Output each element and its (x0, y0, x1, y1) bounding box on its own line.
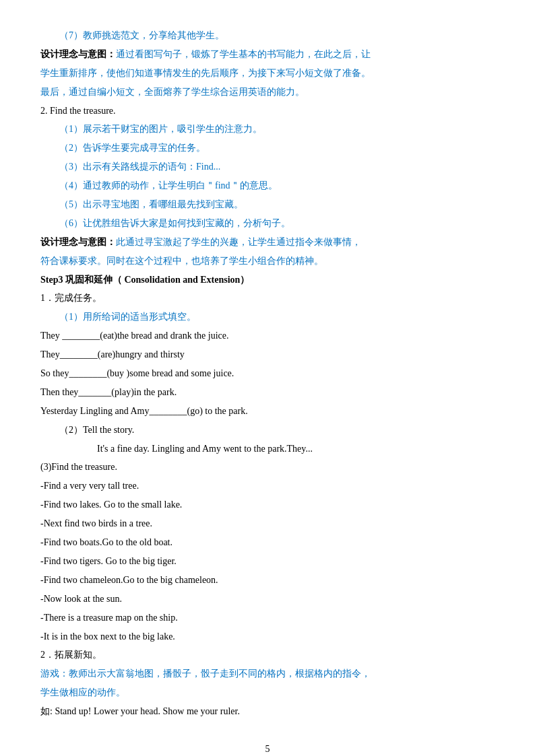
game-desc-1: 游戏：教师出示大富翁地图，播骰子，骰子走到不同的格内，根据格内的指令， (40, 665, 495, 683)
step-2-6: （6）让优胜组告诉大家是如何找到宝藏的，分析句子。 (40, 215, 495, 232)
design-text-1: 通过看图写句子，锻炼了学生基本的书写能力，在此之后，让 (116, 49, 371, 59)
treasure-7: -Now look at the sun. (40, 590, 495, 608)
task1-sub2: （2）Tell the story. (40, 421, 495, 439)
example-text: 如: Stand up! Lower your head. Show me yo… (40, 703, 495, 720)
page: （7）教师挑选范文，分享给其他学生。 设计理念与意图：通过看图写句子，锻炼了学生… (0, 0, 535, 756)
design-label-2-wrap: 设计理念与意图：此通过寻宝激起了学生的兴趣，让学生通过指令来做事情， (40, 234, 495, 251)
treasure-5: -Find two tigers. Go to the big tiger. (40, 553, 495, 570)
design-text-2: 此通过寻宝激起了学生的兴趣，让学生通过指令来做事情， (116, 237, 361, 247)
task1-header: 1．完成任务。 (40, 289, 495, 307)
design-label-2: 设计理念与意图： (40, 237, 116, 247)
step-2-4: （4）通过教师的动作，让学生明白＂find＂的意思。 (40, 177, 495, 195)
treasure-2: -Find two lakes. Go to the small lake. (40, 496, 495, 514)
line-3: 学生重新排序，使他们知道事情发生的先后顺序，为接下来写小短文做了准备。 (40, 65, 495, 82)
treasure-4: -Find two boats.Go to the old boat. (40, 534, 495, 551)
treasure-8: -There is a treasure map on the ship. (40, 609, 495, 627)
step-2-5: （5）出示寻宝地图，看哪组最先找到宝藏。 (40, 196, 495, 213)
line-4: 最后，通过自编小短文，全面熔养了学生综合运用英语的能力。 (40, 83, 495, 101)
find-treasure-header: 2. Find the treasure. (40, 102, 495, 120)
treasure-1: -Find a very very tall tree. (40, 477, 495, 495)
task1-sub1: （1）用所给词的适当形式填空。 (40, 308, 495, 326)
task1-sub3: (3)Find the treasure. (40, 458, 495, 476)
exercise-3: So they________(buy )some bread and some… (40, 365, 495, 382)
exercise-4: Then they_______(play)in the park. (40, 384, 495, 401)
step-2-1: （1）展示若干财宝的图片，吸引学生的注意力。 (40, 121, 495, 138)
step-2-2: （2）告诉学生要完成寻宝的任务。 (40, 139, 495, 157)
task2-header: 2．拓展新知。 (40, 646, 495, 664)
treasure-3: -Next find two birds in a tree. (40, 515, 495, 532)
step3-header: Step3 巩固和延伸（ Consolidation and Extension… (40, 271, 495, 289)
treasure-6: -Find two chameleon.Go to the big chamel… (40, 572, 495, 589)
step-2-3: （3）出示有关路线提示的语句：Find... (40, 158, 495, 176)
story-text: It's a fine day. Lingling and Amy went t… (40, 440, 495, 458)
exercise-5: Yesterday Lingling and Amy________(go) t… (40, 403, 495, 420)
game-desc-2: 学生做相应的动作。 (40, 684, 495, 701)
design-text-2b: 符合课标要求。同时在这个过程中，也培养了学生小组合作的精神。 (40, 252, 495, 270)
line-1: （7）教师挑选范文，分享给其他学生。 (40, 27, 495, 44)
exercise-2: They________(are)hungry and thirsty (40, 346, 495, 364)
page-number: 5 (40, 741, 495, 756)
exercise-1: They ________(eat)the bread and drank th… (40, 327, 495, 345)
treasure-9: -It is in the box next to the big lake. (40, 628, 495, 646)
design-label-1: 设计理念与意图： (40, 49, 116, 59)
line-2: 设计理念与意图：通过看图写句子，锻炼了学生基本的书写能力，在此之后，让 (40, 46, 495, 63)
